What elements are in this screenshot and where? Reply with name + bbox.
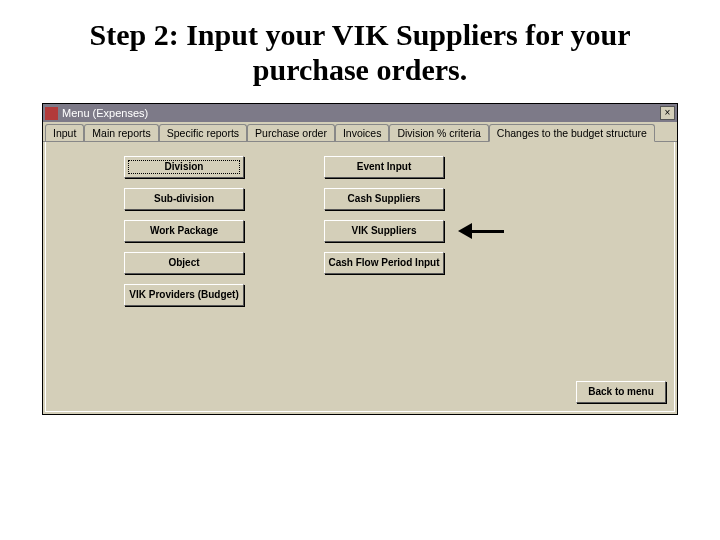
app-window: Menu (Expenses) × Input Main reports Spe… bbox=[42, 103, 678, 415]
tab-input[interactable]: Input bbox=[45, 124, 84, 141]
close-icon[interactable]: × bbox=[660, 106, 675, 120]
tab-purchase-order[interactable]: Purchase order bbox=[247, 124, 335, 141]
window-title: Menu (Expenses) bbox=[62, 107, 660, 119]
vik-suppliers-button[interactable]: VIK Suppliers bbox=[324, 220, 444, 242]
tab-division-criteria[interactable]: Division % criteria bbox=[389, 124, 488, 141]
cash-suppliers-button[interactable]: Cash Suppliers bbox=[324, 188, 444, 210]
tab-specific-reports[interactable]: Specific reports bbox=[159, 124, 247, 141]
division-button[interactable]: Division bbox=[124, 156, 244, 178]
tab-main-reports[interactable]: Main reports bbox=[84, 124, 158, 141]
tab-body: Division Sub-division Work Package Objec… bbox=[45, 142, 675, 412]
tab-changes-budget-structure[interactable]: Changes to the budget structure bbox=[489, 124, 655, 142]
slide-title: Step 2: Input your VIK Suppliers for you… bbox=[0, 0, 720, 97]
event-input-button[interactable]: Event Input bbox=[324, 156, 444, 178]
vik-providers-budget-button[interactable]: VIK Providers (Budget) bbox=[124, 284, 244, 306]
sub-division-button[interactable]: Sub-division bbox=[124, 188, 244, 210]
object-button[interactable]: Object bbox=[124, 252, 244, 274]
tab-strip: Input Main reports Specific reports Purc… bbox=[43, 122, 677, 142]
arrow-left-icon bbox=[460, 223, 504, 239]
work-package-button[interactable]: Work Package bbox=[124, 220, 244, 242]
tab-invoices[interactable]: Invoices bbox=[335, 124, 390, 141]
titlebar: Menu (Expenses) × bbox=[43, 104, 677, 122]
cash-flow-period-input-button[interactable]: Cash Flow Period Input bbox=[324, 252, 444, 274]
app-icon bbox=[45, 107, 58, 120]
back-to-menu-button[interactable]: Back to menu bbox=[576, 381, 666, 403]
